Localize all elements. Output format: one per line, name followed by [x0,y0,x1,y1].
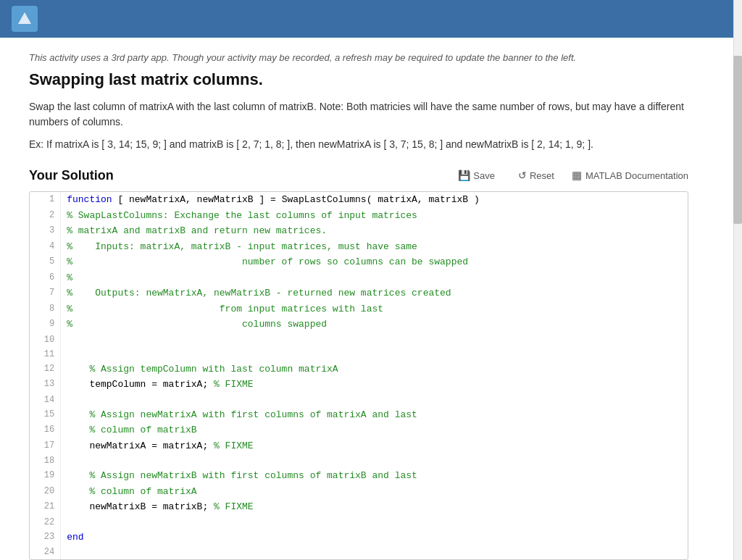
line-number: 4 [30,239,61,255]
line-number: 3 [30,223,61,239]
code-line-row: 9% columns swapped [30,317,688,333]
top-banner [0,0,742,38]
code-line-row: 6% [30,270,688,286]
app-logo [12,6,38,32]
code-line-row: 23end [30,530,688,546]
reset-button[interactable]: ↺ Reset [512,167,560,184]
line-number: 23 [30,530,61,546]
code-content[interactable]: end [61,530,688,546]
code-content[interactable] [61,393,688,407]
line-number: 10 [30,333,61,347]
code-content[interactable]: newMatrixB = matrixB; % FIXME [61,499,688,515]
line-number: 13 [30,377,61,393]
line-number: 1 [30,192,61,208]
line-number: 11 [30,347,61,362]
code-content[interactable]: % columns swapped [61,317,688,333]
line-number: 16 [30,422,61,438]
description: Swap the last column of matrixA with the… [29,99,688,130]
code-line-row: 20 % column of matrixA [30,484,688,500]
logo-icon [17,11,33,27]
code-line-row: 5% number of rows so columns can be swap… [30,254,688,270]
line-number: 18 [30,454,61,468]
code-line-row: 13 tempColumn = matrixA; % FIXME [30,377,688,393]
code-line-row: 12 % Assign tempColumn with last column … [30,362,688,377]
content-area: This activity uses a 3rd party app. Thou… [0,38,717,560]
page-title: Swapping last matrix columns. [29,70,688,89]
code-line-row: 4% Inputs: matrixA, matrixB - input matr… [30,239,688,255]
code-line-row: 7% Outputs: newMatrixA, newMatrixB - ret… [30,285,688,301]
line-number: 12 [30,362,61,377]
save-label: Save [473,170,495,181]
code-line-row: 17 newMatrixA = matrixA; % FIXME [30,438,688,454]
code-line-row: 24 [30,545,688,559]
code-line-row: 22 [30,515,688,530]
code-content[interactable]: tempColumn = matrixA; % FIXME [61,377,688,393]
code-line-row: 16 % column of matrixB [30,422,688,438]
code-content[interactable]: % Assign newMatrixB with first columns o… [61,468,688,484]
line-number: 24 [30,545,61,559]
line-number: 6 [30,270,61,286]
line-number: 7 [30,285,61,301]
code-line-row: 14 [30,393,688,407]
code-line-row: 15 % Assign newMatrixA with first column… [30,407,688,423]
code-content[interactable]: % column of matrixB [61,422,688,438]
code-content[interactable]: % Assign tempColumn with last column mat… [61,362,688,377]
line-number: 19 [30,468,61,484]
line-number: 21 [30,499,61,515]
line-number: 20 [30,484,61,500]
line-number: 14 [30,393,61,407]
line-number: 17 [30,438,61,454]
code-content[interactable] [61,515,688,530]
reset-label: Reset [530,170,554,181]
matlab-doc-icon: ▦ [572,169,582,182]
code-editor[interactable]: 1function [ newMatrixA, newMatrixB ] = S… [29,191,688,560]
line-number: 15 [30,407,61,423]
scrollbar[interactable] [733,0,742,560]
code-line-row: 18 [30,454,688,468]
page-wrapper: This activity uses a 3rd party app. Thou… [0,0,742,560]
code-content[interactable]: % Outputs: newMatrixA, newMatrixB - retu… [61,285,688,301]
scrollbar-thumb[interactable] [733,56,742,224]
matlab-doc-label: MATLAB Documentation [585,170,688,181]
example-text: Ex: If matrixA is [ 3, 14; 15, 9; ] and … [29,137,688,152]
matlab-doc-button[interactable]: ▦ MATLAB Documentation [572,169,688,182]
code-content[interactable]: function [ newMatrixA, newMatrixB ] = Sw… [61,192,688,208]
code-content[interactable] [61,347,688,362]
code-content[interactable]: % column of matrixA [61,484,688,500]
svg-marker-0 [18,12,31,24]
solution-title: Your Solution [29,168,114,183]
code-content[interactable] [61,333,688,347]
code-line-row: 10 [30,333,688,347]
code-line-row: 3% matrixA and matrixB and return new ma… [30,223,688,239]
reset-icon: ↺ [518,170,527,181]
line-number: 5 [30,254,61,270]
code-content[interactable] [61,545,688,559]
code-content[interactable]: % SwapLastColumns: Exchange the last col… [61,208,688,224]
line-number: 8 [30,301,61,317]
code-content[interactable] [61,454,688,468]
code-content[interactable]: % Inputs: matrixA, matrixB - input matri… [61,239,688,255]
code-line-row: 19 % Assign newMatrixB with first column… [30,468,688,484]
code-line-row: 8% from input matrices with last [30,301,688,317]
code-line-row: 21 newMatrixB = matrixB; % FIXME [30,499,688,515]
code-table: 1function [ newMatrixA, newMatrixB ] = S… [30,192,688,559]
line-number: 2 [30,208,61,224]
save-button[interactable]: 💾 Save [452,167,501,184]
activity-notice: This activity uses a 3rd party app. Thou… [29,52,688,63]
code-content[interactable]: % matrixA and matrixB and return new mat… [61,223,688,239]
toolbar: 💾 Save ↺ Reset ▦ MATLAB Documentation [452,167,688,184]
line-number: 9 [30,317,61,333]
code-line-row: 11 [30,347,688,362]
code-content[interactable]: % from input matrices with last [61,301,688,317]
code-line-row: 2% SwapLastColumns: Exchange the last co… [30,208,688,224]
code-content[interactable]: % number of rows so columns can be swapp… [61,254,688,270]
code-content[interactable]: % [61,270,688,286]
code-line-row: 1function [ newMatrixA, newMatrixB ] = S… [30,192,688,208]
code-content[interactable]: % Assign newMatrixA with first columns o… [61,407,688,423]
save-icon: 💾 [458,170,470,181]
line-number: 22 [30,515,61,530]
code-content[interactable]: newMatrixA = matrixA; % FIXME [61,438,688,454]
solution-header: Your Solution 💾 Save ↺ Reset ▦ MATLAB Do… [29,167,688,184]
